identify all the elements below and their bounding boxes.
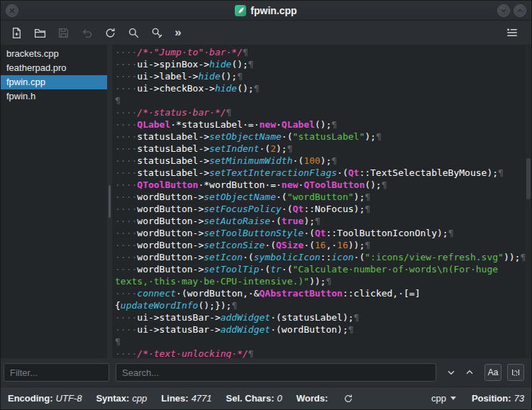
chevron-down-icon: [501, 8, 506, 13]
text-editor[interactable]: ····/*·"Jump·to"·bar·*/¶····ui->spinBox-…: [112, 45, 531, 358]
code-line: ····wordButton->setObjectName·("wordButt…: [115, 191, 531, 203]
code-line: ¶: [115, 336, 531, 348]
word-count-refresh-button[interactable]: [343, 394, 353, 404]
lines-status: Lines:4771: [161, 393, 211, 404]
redo-button[interactable]: [100, 23, 120, 43]
words-status: Words:: [297, 393, 328, 404]
code-line: ····ui->spinBox->hide();¶: [115, 58, 531, 70]
close-button[interactable]: [6, 4, 18, 17]
search-replace-icon: [151, 27, 163, 39]
code-line: ····wordButton->setIcon·(symbolicIcon::i…: [115, 251, 531, 263]
chevron-down-icon: [446, 367, 456, 377]
code-line: ····QLabel·*statusLabel·=·new·QLabel();¶: [115, 118, 531, 131]
undo-icon: [81, 27, 93, 39]
redo-reload-icon: [104, 27, 116, 39]
code-line: ····statusLabel->setIndent·(2);¶: [115, 143, 531, 155]
menu-button[interactable]: [502, 23, 522, 43]
refresh-icon: [343, 394, 353, 404]
code-line: texts,·this·may·be·CPU-intensive.)"));¶: [115, 275, 531, 287]
editor-scrollbar[interactable]: [526, 45, 531, 358]
splitter-handle[interactable]: [107, 45, 112, 358]
search-bar: Aa: [1, 358, 531, 387]
file-list-item[interactable]: fpwin.h: [1, 89, 107, 104]
whole-words-icon: [511, 367, 521, 377]
search-button[interactable]: [123, 23, 143, 43]
featherpad-app-icon: [235, 5, 246, 16]
code-line: ····/*·text·unlocking·*/¶: [115, 348, 531, 358]
code-line: {updateWordInfo();});¶: [115, 299, 531, 311]
code-line: ····wordButton->setFocusPolicy·(Qt::NoFo…: [115, 203, 531, 215]
code-line: ····ui->checkBox->hide();¶: [115, 82, 531, 94]
feather-icon: [237, 6, 245, 14]
file-list-item[interactable]: featherpad.pro: [1, 61, 107, 75]
code-line: ····ui->statusBar->addWidget·(wordButton…: [115, 323, 531, 336]
code-line: ····statusLabel->setTextInteractionFlags…: [115, 167, 531, 179]
search-icon: [128, 27, 140, 39]
file-list: brackets.cppfeatherpad.profpwin.cppfpwin…: [1, 45, 107, 358]
toolbar: »: [1, 21, 531, 45]
search-input[interactable]: [116, 363, 436, 382]
code-line: ····statusLabel->setObjectName·("statusL…: [115, 131, 531, 143]
code-line: ····statusLabel->setMinimumWidth·(100);¶: [115, 155, 531, 167]
window-controls: [497, 4, 526, 17]
syntax-status: Syntax:cpp: [96, 393, 147, 404]
search-and-replace-button[interactable]: [147, 23, 167, 43]
chevron-up-icon: [465, 367, 475, 377]
find-previous-button[interactable]: [460, 363, 479, 382]
file-list-item[interactable]: fpwin.cpp: [1, 75, 107, 89]
code-line: ····wordButton->setToolTip·(tr·("Calcula…: [115, 263, 531, 275]
main-area: brackets.cppfeatherpad.profpwin.cppfpwin…: [1, 45, 531, 358]
selected-chars-status: Sel. Chars:0: [226, 393, 282, 404]
file-list-item[interactable]: brackets.cpp: [1, 47, 107, 61]
featherpad-window: fpwin.cpp: [0, 0, 532, 410]
close-icon: [9, 8, 15, 13]
filter-input[interactable]: [4, 363, 109, 382]
save-icon: [57, 27, 70, 39]
code-line: ····ui->statusBar->addWidget·(statusLabe…: [115, 311, 531, 323]
code-line: ····/*·status·bar·*/¶: [115, 106, 531, 118]
code-line: ····/*·"Jump·to"·bar·*/¶: [115, 46, 531, 58]
code-line: ····wordButton->setIconSize·(QSize·(16,·…: [115, 239, 531, 251]
window-title: fpwin.cpp: [250, 5, 297, 16]
minimize-button[interactable]: [497, 4, 510, 17]
editor-scrollbar-thumb[interactable]: [526, 158, 531, 199]
whole-words-button[interactable]: [507, 364, 524, 381]
combo-arrow-icon: [450, 397, 456, 400]
code-line: ····connect·(wordButton,·&QAbstractButto…: [115, 287, 531, 299]
new-document-icon: [11, 27, 23, 39]
find-next-button[interactable]: [442, 363, 460, 382]
save-button[interactable]: [53, 23, 73, 43]
toolbar-overflow-button[interactable]: »: [170, 23, 186, 43]
position-status: Position:73: [472, 393, 524, 404]
chevron-up-icon: [517, 8, 523, 13]
maximize-button[interactable]: [514, 4, 526, 17]
window-title-area: fpwin.cpp: [1, 1, 531, 20]
new-document-button[interactable]: [6, 23, 26, 43]
statusbar-right: cpp Position:73: [431, 393, 524, 404]
folder-icon: [34, 27, 46, 39]
code-line: ····ui->label->hide();¶: [115, 70, 531, 82]
code-area: ····/*·"Jump·to"·bar·*/¶····ui->spinBox-…: [112, 45, 531, 358]
code-line: ····QToolButton·*wordButton·=·new·QToolB…: [115, 179, 531, 191]
statusbar: Encoding:UTF-8 Syntax:cpp Lines:4771 Sel…: [1, 387, 531, 409]
encoding-status: Encoding:UTF-8: [8, 393, 82, 404]
undo-button[interactable]: [77, 23, 96, 43]
open-file-button[interactable]: [30, 23, 50, 43]
code-line: ····wordButton->setAutoRaise·(true);¶: [115, 215, 531, 227]
hamburger-menu-icon: [506, 26, 519, 39]
match-case-button[interactable]: Aa: [484, 364, 501, 381]
syntax-selector[interactable]: cpp: [431, 393, 456, 404]
titlebar: fpwin.cpp: [1, 1, 531, 21]
code-line: ····wordButton->setToolButtonStyle·(Qt::…: [115, 227, 531, 239]
splitter-grip-icon: [109, 185, 111, 218]
code-line: ¶: [115, 94, 531, 106]
